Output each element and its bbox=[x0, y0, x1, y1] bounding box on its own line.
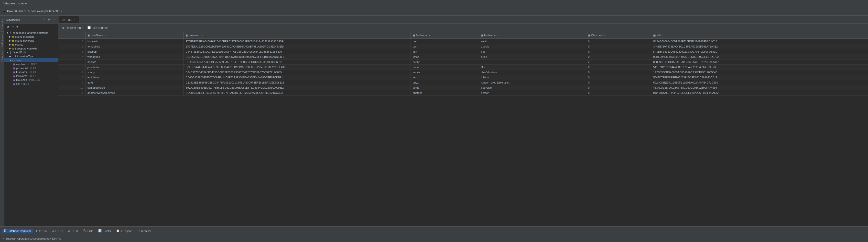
tree-item-event-payloads[interactable]: ▶🗃event_payloads bbox=[4, 39, 58, 43]
sidebar-tools: ↺ □ ⬆ bbox=[4, 24, 58, 31]
cell-userName: bobsmith bbox=[86, 39, 184, 44]
table-row[interactable]: 2tomduboisEF37E3A1E26CC9521CF60FEA693CAC… bbox=[58, 44, 868, 49]
git-icon: ⎇ bbox=[67, 229, 71, 233]
status-message: ✓ Success: Operation succeeded (today 6:… bbox=[2, 237, 63, 240]
cell-lastName: Doe bbox=[479, 65, 586, 70]
table-row[interactable]: 1bobsmithF70EDF352F4064607872D130EEEB277… bbox=[58, 39, 868, 44]
title-bar: Database Inspector bbox=[0, 0, 868, 7]
tab-close-button[interactable]: ✕ bbox=[74, 18, 76, 21]
side-tab-build-variants[interactable]: Build Variants bbox=[0, 31, 4, 49]
tree-arrow: ▶ bbox=[9, 47, 11, 50]
bottom-tool-terminal[interactable]: ⬛ Terminal bbox=[134, 228, 153, 234]
cell-lastName: tolstoy bbox=[479, 75, 586, 80]
sidebar-refresh-icon[interactable]: ↺ bbox=[6, 25, 10, 29]
table-row[interactable]: 4whoadudeE19EC2B52E18BD0C87A739341B9C579… bbox=[58, 54, 868, 59]
tree-item-faceoff3-db[interactable]: ▼🗄faceoff3.db bbox=[4, 50, 58, 54]
sidebar-view-icon[interactable]: □ bbox=[11, 25, 14, 29]
status-bar: ✓ Success: Operation succeeded (today 6:… bbox=[0, 235, 868, 242]
bottom-tool-logcat[interactable]: 📋 6: Logcat bbox=[114, 228, 133, 234]
cell-salt: 06859CE884DDAC41EA08473EAA0DC202BB84AA42 bbox=[651, 59, 868, 65]
sidebar-export-icon[interactable]: ⬆ bbox=[16, 25, 19, 29]
table-row[interactable]: 7sonnyD24D9776D453A8E34855CCF83F8570E560… bbox=[58, 70, 868, 75]
refresh-icon: ↺ bbox=[62, 26, 65, 30]
side-tab-structure[interactable]: 2: Structure bbox=[0, 16, 4, 31]
tree-node-label: user bbox=[16, 59, 21, 62]
table-row[interactable]: 10somebodyelseB97A13ABB303D75EF78B60FBD5… bbox=[58, 85, 868, 90]
tree-node-icon: ▣ bbox=[13, 75, 15, 77]
tree-item-user[interactable]: ▼🗃user bbox=[4, 58, 58, 62]
tree-node-type: : TEXT bbox=[29, 67, 36, 70]
cell-fTouches: 0 bbox=[586, 75, 651, 80]
cell-userName: whoadude bbox=[86, 54, 184, 59]
sidebar-settings-icon[interactable]: ⚙ bbox=[47, 18, 51, 22]
cell-firstName: another bbox=[411, 90, 479, 96]
tree-arrow: ▶ bbox=[9, 55, 11, 58]
refresh-table-button[interactable]: ↺ Refresh table bbox=[61, 25, 85, 30]
device-dropdown-icon: ▾ bbox=[60, 9, 62, 13]
table-row[interactable]: 8leotolstoyCA6DB932900F525370C8FB414C4F6… bbox=[58, 75, 868, 80]
cell-password: E19EC2B52E18BD0C87A739341B9C5791EB583B00… bbox=[184, 54, 411, 59]
tree-item-lastName[interactable]: ▣lastName: TEXT bbox=[4, 74, 58, 78]
cell-lastName: bob bbox=[479, 49, 586, 54]
device-selector[interactable]: 📱 Pixel XL API 30 > com.example.faceoff3… bbox=[2, 9, 62, 13]
tree-item-password[interactable]: ▣password: TEXT bbox=[4, 66, 58, 70]
sidebar-close-icon[interactable]: — bbox=[52, 18, 56, 22]
live-updates-checkbox[interactable] bbox=[88, 26, 91, 29]
bottom-tool-db-inspector[interactable]: 🗄 Database Inspector bbox=[2, 228, 33, 234]
tree-node-icon: 🗃 bbox=[12, 59, 15, 62]
table-row[interactable]: 5henry2DC3564F603A7239DBE7585698A5F7E5E9… bbox=[58, 59, 868, 65]
tree-item-informativeTips[interactable]: ▶🗃informativeTips bbox=[4, 54, 58, 58]
cell-fTouches: 0 bbox=[586, 85, 651, 90]
tree-item-salt[interactable]: ▣salt: BLOB bbox=[4, 82, 58, 86]
cell-userName: henry2 bbox=[86, 59, 184, 65]
tree-node-type: : BLOB bbox=[21, 83, 29, 85]
tree-item-fTouches[interactable]: ▣fTouches: INTEGER bbox=[4, 78, 58, 82]
tree-node-icon: ▣ bbox=[13, 83, 15, 85]
col-label-fTouches: ▣ fTouches bbox=[588, 34, 602, 37]
cell-lastName bbox=[479, 59, 586, 65]
tree-item-com-google-android-datatrans[interactable]: ▼🗄com.google.android.datatrans bbox=[4, 31, 58, 35]
terminal-icon: ⬛ bbox=[136, 229, 140, 233]
tree-item-event-metadata[interactable]: ▶🗃event_metadata bbox=[4, 35, 58, 39]
sidebar-filter-icon[interactable]: ≡ bbox=[43, 18, 45, 22]
cell-password: D24D9776D453A8E34855CCF83F8570E560625412… bbox=[184, 70, 411, 75]
cell-lastName: person bbox=[479, 90, 586, 96]
cell-password: E444F152602B39C34E9126D6D00F4FABC26C23E4… bbox=[184, 49, 411, 54]
tab-user[interactable]: 🗃user✕ bbox=[59, 16, 79, 23]
cell-fTouches: 0 bbox=[586, 90, 651, 96]
sort-icon: ⇅ bbox=[202, 34, 203, 37]
table-row[interactable]: 3billybobE444F152602B39C34E9126D6D00F4FA… bbox=[58, 49, 868, 54]
sort-icon: ▲ bbox=[428, 34, 431, 37]
bottom-tool-run[interactable]: ▶ 4: Run bbox=[34, 228, 49, 234]
cell-lastName: cher'shusband bbox=[479, 70, 586, 75]
tab-label: user bbox=[67, 18, 72, 22]
git-label: 9: Git bbox=[71, 230, 78, 233]
table-row[interactable]: 11anotherWithSamePassB143163D80EFE03588A… bbox=[58, 90, 868, 96]
col-label-salt: ▣ salt bbox=[653, 34, 660, 37]
main-layout: 2: Structure Build Variants 2: Favorites… bbox=[0, 16, 868, 226]
cell-lastName: dude bbox=[479, 54, 586, 59]
build-label: Build bbox=[88, 230, 93, 233]
bottom-tool-todo[interactable]: ☑ TODO bbox=[50, 228, 65, 234]
tree-item-firstName[interactable]: ▣firstName: TEXT bbox=[4, 70, 58, 74]
device-bar: 📱 Pixel XL API 30 > com.example.faceoff3… bbox=[0, 7, 868, 16]
col-header-firstName[interactable]: ▣ firstName▲ bbox=[411, 32, 479, 39]
table-row[interactable]: 9guy1C21428EB892669D28DD8478F10910071C65… bbox=[58, 80, 868, 85]
bottom-tool-build[interactable]: 🔨 Build bbox=[81, 228, 95, 234]
col-header-userName[interactable]: ▣ userName▲ bbox=[86, 32, 184, 39]
live-updates-toggle[interactable]: Live updates bbox=[88, 26, 108, 30]
tree-item-transport-contexts[interactable]: ▶🗃transport_contexts bbox=[4, 47, 58, 50]
tree-item-events[interactable]: ▶🗃events bbox=[4, 43, 58, 47]
cell-fTouches: 2 bbox=[586, 59, 651, 65]
cell-rownum: 1 bbox=[58, 39, 86, 44]
tree-item-userName[interactable]: ▣userName: TEXT bbox=[4, 62, 58, 66]
cell-password: B97A13ABB303D75EF78B60FBD51D26E98DC89D6F… bbox=[184, 85, 411, 90]
db-inspector-label: Database Inspector bbox=[7, 230, 31, 233]
cell-firstName: henry bbox=[411, 59, 479, 65]
logcat-label: 6: Logcat bbox=[121, 230, 131, 233]
table-row[interactable]: 6john.h.doeD6EFC544ADAAEA2F6C9E06FDA285F… bbox=[58, 65, 868, 70]
bottom-tool-git[interactable]: ⎇ 9: Git bbox=[65, 228, 80, 234]
side-tab-favorites[interactable]: 2: Favorites bbox=[0, 49, 4, 64]
bottom-tool-profiler[interactable]: 📊 Profiler bbox=[96, 228, 113, 234]
cell-firstName: some bbox=[411, 85, 479, 90]
